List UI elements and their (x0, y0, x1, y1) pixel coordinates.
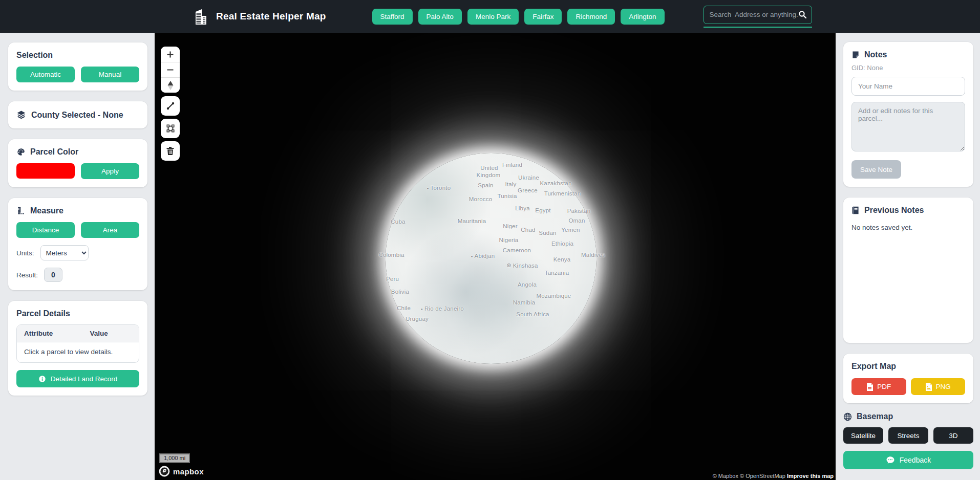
improve-map-link[interactable]: Improve this map (787, 473, 834, 479)
detailed-land-record-button[interactable]: Detailed Land Record (16, 370, 139, 387)
line-tool-icon (165, 101, 176, 111)
basemap-buttons: SatelliteStreets3D (843, 427, 973, 444)
draw-polygon-tool-button[interactable] (161, 119, 180, 138)
place-marker-dot: ● (471, 255, 473, 258)
map-place-label: Kenya (552, 256, 571, 263)
map-place-label: Spain (476, 182, 493, 189)
map-place-label: Morocco (467, 195, 493, 203)
distance-button[interactable]: Distance (16, 222, 75, 238)
parcel-color-title: Parcel Color (30, 147, 78, 157)
map-canvas[interactable]: ●Toronto United Kingdom Finland Ukraine … (155, 33, 836, 480)
search-icon[interactable] (798, 10, 807, 19)
map-place-label: Chile (395, 304, 411, 312)
automatic-button[interactable]: Automatic (16, 67, 75, 82)
measure-panel: Measure Distance Area Units: Meters Resu… (8, 198, 147, 290)
manual-button[interactable]: Manual (81, 67, 139, 82)
no-notes-text: No notes saved yet. (851, 224, 965, 231)
parcel-details-title: Parcel Details (16, 309, 139, 318)
units-select[interactable]: Meters (40, 245, 89, 260)
apply-color-button[interactable]: Apply (81, 163, 139, 179)
map-place-label: Niger (501, 223, 517, 230)
map-place-label: Peru (385, 275, 399, 282)
city-button[interactable]: Arlington (621, 9, 664, 25)
map-place-label: Libya (514, 205, 530, 212)
compass-button[interactable] (161, 77, 180, 93)
value-header: Value (83, 325, 115, 342)
trash-icon (166, 146, 175, 156)
building-logo-icon (194, 8, 208, 25)
previous-notes-title: Previous Notes (864, 206, 924, 215)
zoom-controls (161, 47, 180, 93)
note-icon (851, 51, 860, 59)
map-place-label: Turkmenistan (543, 190, 581, 197)
map-place-label: Cuba (389, 218, 405, 225)
measure-title: Measure (30, 206, 63, 215)
basemap-style-button[interactable]: Satellite (843, 427, 883, 444)
area-button[interactable]: Area (81, 222, 139, 238)
file-pdf-icon (866, 383, 873, 391)
zoom-out-button[interactable] (161, 62, 180, 77)
save-note-button[interactable]: Save Note (851, 160, 901, 179)
left-sidebar: Selection Automatic Manual County Select… (0, 33, 155, 480)
basemap-style-button[interactable]: Streets (888, 427, 928, 444)
parcel-color-panel: Parcel Color Apply (8, 139, 147, 187)
globe-icon (843, 412, 852, 421)
map-place-label: Uruguay (404, 315, 429, 322)
map-place-label: Tunisia (496, 192, 517, 200)
place-marker-dot: ● (421, 308, 423, 311)
selection-title: Selection (16, 51, 139, 60)
page-title: Real Estate Helper Map (216, 11, 326, 22)
info-icon (38, 375, 46, 383)
layers-icon (16, 110, 26, 120)
basemap-title: Basemap (857, 412, 893, 421)
export-map-panel: Export Map PDF (843, 354, 973, 403)
export-pdf-button[interactable]: PDF (851, 378, 906, 395)
search-input[interactable] (710, 11, 798, 18)
basemap-style-button[interactable]: 3D (933, 427, 973, 444)
city-button[interactable]: Stafford (372, 9, 413, 25)
place-marker-dot: ● (427, 187, 429, 190)
notes-panel: Notes GID: None Save Note (843, 42, 973, 187)
table-empty-text: Click a parcel to view details. (17, 342, 139, 362)
map-place-label: ●Abidjan (471, 252, 495, 259)
book-icon (851, 206, 860, 214)
osm-attribution-link[interactable]: © OpenStreetMap (740, 473, 785, 479)
map-place-label: Tanzania (543, 269, 569, 276)
map-place-label: Ukraine (517, 174, 539, 181)
city-button[interactable]: Fairfax (524, 9, 562, 25)
map-labels: ●Toronto United Kingdom Finland Ukraine … (155, 33, 836, 480)
map-place-label: Oman (567, 217, 585, 224)
chat-bubble-icon (886, 455, 895, 465)
map-place-label: Kazakhstan (538, 180, 571, 187)
city-button[interactable]: Menlo Park (467, 9, 519, 25)
result-label: Result: (16, 271, 38, 279)
county-selected-label: County Selected - None (31, 111, 123, 120)
draw-line-tool-button[interactable] (161, 96, 180, 116)
search-container (704, 6, 812, 28)
trash-tool-button[interactable] (161, 141, 180, 161)
map-place-label: United Kingdom (477, 164, 501, 179)
export-png-button[interactable]: PNG (911, 378, 966, 395)
basemap-section: Basemap SatelliteStreets3D Feedback (843, 412, 973, 469)
mapbox-icon (159, 466, 170, 477)
map-place-label: Finland (501, 161, 522, 168)
map-place-label: Mozambique (535, 292, 571, 299)
map-place-label: Angola (516, 281, 537, 288)
map-place-label: Greece (516, 187, 538, 194)
map-place-label: Yemen (560, 226, 580, 233)
color-swatch[interactable] (16, 163, 75, 179)
zoom-in-button[interactable] (161, 47, 180, 62)
name-input[interactable] (851, 77, 965, 96)
map-place-label: ●Toronto (427, 184, 451, 191)
parcel-details-table: Attribute Value Click a parcel to view d… (16, 324, 139, 363)
app-header: Real Estate Helper Map StaffordPalo Alto… (0, 0, 980, 33)
map-place-label: ⊛Kinshasa (506, 262, 538, 269)
note-textarea[interactable] (851, 102, 965, 151)
city-button[interactable]: Palo Alto (418, 9, 462, 25)
mapbox-logo[interactable]: mapbox (159, 466, 204, 477)
feedback-button[interactable]: Feedback (843, 451, 973, 469)
map-attribution: © Mapbox © OpenStreetMap Improve this ma… (713, 473, 834, 479)
city-button[interactable]: Richmond (567, 9, 615, 25)
map-place-label: Sudan (537, 229, 556, 236)
mapbox-attribution-link[interactable]: © Mapbox (713, 473, 738, 479)
